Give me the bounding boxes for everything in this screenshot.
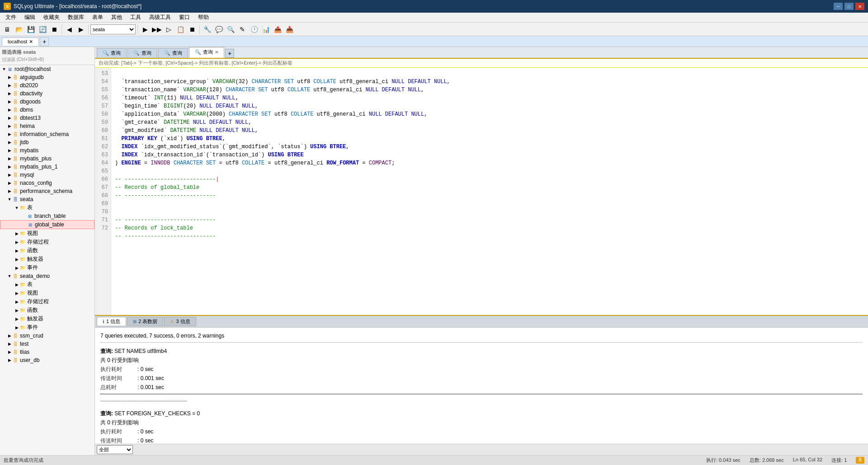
tree-node-user-db[interactable]: ▶ 🗄 user_db	[0, 356, 94, 364]
tb-execute-all[interactable]: ▶▶	[151, 24, 162, 35]
code-editor[interactable]: 5354555657 5859606162 6364656667 6869707…	[95, 68, 868, 315]
tree-node-dbgoods[interactable]: ▶ 🗄 dbgoods	[0, 98, 94, 106]
tree-node-seata-demo-funcs[interactable]: ▶ 📁 函数	[0, 306, 94, 315]
tb-refresh[interactable]: 🔄	[37, 24, 48, 35]
tb-stop[interactable]: ⏹	[49, 24, 60, 35]
tree-node-global-table[interactable]: ⊞ global_table	[0, 220, 94, 229]
result-long-divider: ----------------------------------------…	[100, 396, 863, 405]
tree-node-dbtest13[interactable]: ▶ 🗄 dbtest13	[0, 114, 94, 122]
query-tab-close[interactable]: ✕	[215, 50, 218, 55]
query-tab-1[interactable]: 🔍 查询	[97, 48, 127, 58]
menu-edit[interactable]: 编辑	[21, 13, 39, 22]
tree-node-seata-demo[interactable]: ▼ 🗄 seata_demo	[0, 272, 94, 280]
tree-node-atguigudb[interactable]: ▶ 🗄 atguigudb	[0, 73, 94, 81]
db-icon: 🗄	[12, 122, 19, 130]
db-icon: 🗄	[12, 357, 19, 364]
tb-stop2[interactable]: ⏹	[187, 24, 198, 35]
menu-file[interactable]: 文件	[2, 13, 20, 22]
tree-node-seata-demo-events[interactable]: ▶ 📁 事件	[0, 323, 94, 332]
db-icon: 🗄	[12, 163, 19, 170]
tb-format[interactable]: 🔧	[202, 24, 212, 35]
expand-icon: ▶	[7, 140, 12, 145]
result-time-exec-2: 执行耗时 : 0 sec	[100, 427, 863, 436]
expand-icon: ▶	[7, 189, 12, 193]
tree-node-seata-demo-views[interactable]: ▶ 📁 视图	[0, 289, 94, 297]
query-tab-4[interactable]: 🔍 查询 ✕	[189, 47, 224, 58]
result-time-exec-1: 执行耗时 : 0 sec	[100, 365, 863, 374]
tree-node-ssm-crud[interactable]: ▶ 🗄 ssm_crud	[0, 332, 94, 340]
tree-node-root[interactable]: ▼ 🖥 root@localhost	[0, 65, 94, 73]
expand-icon: ▶	[14, 240, 19, 244]
tree-node-performance-schema[interactable]: ▶ 🗄 performance_schema	[0, 187, 94, 195]
tree-node-seata-demo-procs[interactable]: ▶ 📁 存储过程	[0, 297, 94, 306]
result-tab-info2[interactable]: ⚠ 3 信息	[164, 317, 196, 326]
result-tab-tabledata[interactable]: ⊞ 2 表数据	[127, 317, 163, 326]
tb-execute[interactable]: ▶	[140, 24, 151, 35]
tree-node-seata-demo-triggers[interactable]: ▶ 📁 触发器	[0, 315, 94, 323]
menu-table[interactable]: 表单	[89, 13, 107, 22]
menu-database[interactable]: 数据库	[64, 13, 88, 22]
tree-node-information-schema[interactable]: ▶ 🗄 information_schema	[0, 130, 94, 138]
tree-node-heima[interactable]: ▶ 🗄 heima	[0, 122, 94, 130]
tree-node-db2020[interactable]: ▶ 🗄 db2020	[0, 81, 94, 89]
tree-node-mybatis-plus[interactable]: ▶ 🗄 mybatis_plus	[0, 155, 94, 163]
menu-window[interactable]: 窗口	[175, 13, 193, 22]
menu-help[interactable]: 帮助	[194, 13, 212, 22]
result-filter-select[interactable]: 全部	[97, 445, 133, 454]
tb-open[interactable]: 📂	[14, 24, 24, 35]
tree-node-seata-funcs[interactable]: ▶ 📁 函数	[0, 246, 94, 255]
tb-new-connection[interactable]: 🖥	[2, 24, 13, 35]
menu-other[interactable]: 其他	[108, 13, 126, 22]
tree-label: 存储过程	[27, 238, 49, 246]
tree-node-seata-views[interactable]: ▶ 📁 视图	[0, 229, 94, 238]
db-select[interactable]: seata	[90, 24, 136, 34]
query-tab-2[interactable]: 🔍 查询	[127, 48, 157, 58]
tree-node-seata-procs[interactable]: ▶ 📁 存储过程	[0, 238, 94, 246]
tree-node-mybatis[interactable]: ▶ 🗄 mybatis	[0, 146, 94, 155]
db-icon: 🗄	[12, 74, 19, 81]
conn-tab-close[interactable]: ✕	[29, 39, 33, 45]
tb-replace[interactable]: ✎	[237, 24, 248, 35]
tree-node-seata-triggers[interactable]: ▶ 📁 触发器	[0, 255, 94, 263]
tb-forward[interactable]: ▶	[75, 24, 86, 35]
tree-label-root: root@localhost	[14, 66, 51, 72]
tb-explain[interactable]: 📋	[175, 24, 186, 35]
menu-advanced[interactable]: 高级工具	[146, 13, 175, 22]
tree-node-mybatis-plus-1[interactable]: ▶ 🗄 mybatis_plus_1	[0, 163, 94, 171]
maximize-button[interactable]: □	[844, 3, 854, 10]
menu-tools[interactable]: 工具	[127, 13, 145, 22]
tree-node-dbactivity[interactable]: ▶ 🗄 dbactivity	[0, 89, 94, 98]
tb-back[interactable]: ◀	[64, 24, 75, 35]
menu-favorites[interactable]: 收藏夹	[40, 13, 63, 22]
tb-comment[interactable]: 💬	[213, 24, 224, 35]
tree-node-seata-events[interactable]: ▶ 📁 事件	[0, 263, 94, 272]
tree-node-branch-table[interactable]: ⊞ branch_table	[0, 212, 94, 220]
tree-node-tlias[interactable]: ▶ 🗄 tlias	[0, 348, 94, 356]
tree-node-seata-tables[interactable]: ▼ 📁 表	[0, 203, 94, 212]
tree-node-seata[interactable]: ▼ 🗄 seata	[0, 195, 94, 203]
add-query-tab-button[interactable]: +	[225, 49, 234, 58]
close-button[interactable]: ✕	[855, 3, 864, 10]
tree-node-jtdb[interactable]: ▶ 🗄 jtdb	[0, 138, 94, 146]
tb-save[interactable]: 💾	[25, 24, 36, 35]
tree-node-seata-demo-tables[interactable]: ▶ 📁 表	[0, 280, 94, 289]
tb-import[interactable]: 📥	[284, 24, 295, 35]
tb-schema[interactable]: 📊	[260, 24, 271, 35]
expand-icon: ▼	[14, 206, 19, 210]
tb-export[interactable]: 📤	[272, 24, 283, 35]
tb-execute-select[interactable]: ▷	[163, 24, 174, 35]
expand-icon: ▶	[14, 266, 19, 270]
result-tab-info[interactable]: ℹ 1 信息	[97, 317, 126, 326]
tree-node-mysql[interactable]: ▶ 🗄 mysql	[0, 171, 94, 179]
tree-node-nacos-config[interactable]: ▶ 🗄 nacos_config	[0, 179, 94, 187]
connect-value: 1	[844, 457, 847, 463]
tree-node-dbms[interactable]: ▶ 🗄 dbms	[0, 106, 94, 114]
minimize-button[interactable]: ─	[834, 3, 843, 10]
tree-node-test[interactable]: ▶ 🗄 test	[0, 340, 94, 348]
code-content[interactable]: `transaction_service_group` VARCHAR(32) …	[111, 68, 868, 315]
tb-find[interactable]: 🔍	[225, 24, 236, 35]
query-tab-3[interactable]: 🔍 查询	[158, 48, 188, 58]
tb-history[interactable]: 🕐	[249, 24, 259, 35]
add-connection-button[interactable]: +	[40, 37, 49, 46]
connection-tab-localhost[interactable]: localhost ✕	[2, 38, 39, 46]
